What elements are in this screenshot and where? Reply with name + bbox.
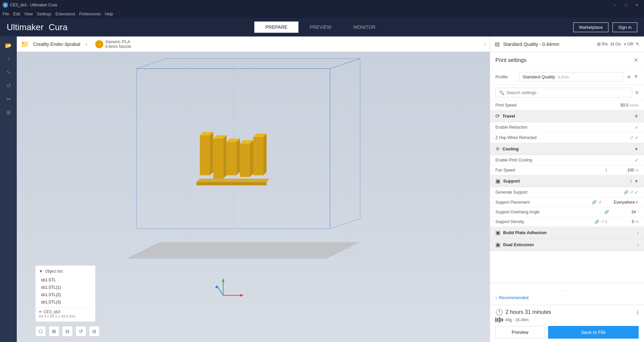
transform-tools: ⬡ ⊞ ⊟ ↺ ⊟ (35, 326, 100, 337)
star-icon[interactable]: ★ (627, 74, 631, 80)
signin-button[interactable]: Sign in (612, 22, 637, 32)
placement-dropdown-icon[interactable]: ▼ (635, 200, 639, 204)
menu-preferences[interactable]: Preferences (79, 12, 101, 16)
recommended-button[interactable]: ‹ Recommended (495, 294, 639, 301)
clock-icon: 🕐 (495, 309, 503, 316)
enable-retraction-check[interactable]: ✓ (635, 125, 639, 130)
support-density-value: 5 (607, 219, 634, 224)
tab-preview[interactable]: PREVIEW (299, 21, 342, 33)
expand-icon[interactable]: ▼ (633, 74, 639, 80)
menu-help[interactable]: Help (105, 12, 113, 16)
edit-profile[interactable]: ✎ (636, 42, 639, 47)
gen-support-check[interactable]: ✓ (635, 190, 639, 195)
section-dual-extrusion[interactable]: ▣ Dual Extrusion › (490, 239, 644, 251)
section-cooling[interactable]: ✳ Cooling ▼ (490, 143, 644, 155)
material-badge: ! (95, 40, 103, 48)
close-button[interactable]: ✕ (632, 2, 641, 8)
tool-move[interactable]: ↕ (2, 53, 14, 65)
overhang-link-icon[interactable]: 🔗 (604, 210, 609, 214)
svg-marker-26 (223, 135, 226, 179)
maximize-button[interactable]: □ (621, 2, 631, 8)
fan-speed-row: Fan Speed ℹ 100 % (490, 165, 644, 175)
quality-icon: ▤ (495, 41, 500, 47)
cooling-toggle[interactable]: ▼ (634, 146, 639, 152)
gen-support-reset-icon[interactable]: ↺ (630, 190, 633, 195)
marketplace-button[interactable]: Marketplace (573, 22, 608, 32)
menu-file[interactable]: File (3, 12, 9, 16)
menu-settings[interactable]: Settings (37, 12, 51, 16)
selected-object-name: ✏ CE3_sb3 (39, 310, 92, 314)
menu-view[interactable]: View (24, 12, 33, 16)
printer-name: Creality Ender-3prabal (33, 42, 80, 47)
tool-scale[interactable]: ⤡ (2, 66, 14, 78)
nav-tabs: PREPARE PREVIEW MONITOR (254, 21, 386, 33)
adhesion-toggle[interactable]: ≠ Off (624, 42, 633, 47)
tab-monitor[interactable]: MONITOR (342, 21, 387, 33)
z-hop-check[interactable]: ✓ (635, 135, 639, 140)
enable-cooling-check[interactable]: ✓ (635, 157, 639, 163)
estimate-info-icon[interactable]: ℹ (637, 309, 639, 316)
material-nav-icon[interactable]: › (484, 41, 486, 47)
printer-nav-icon[interactable]: ‹ (86, 41, 87, 47)
density-reset-icon[interactable]: ↺ (601, 219, 604, 224)
tool-support[interactable]: ⊞ (2, 106, 14, 118)
app-title: CE3_sb3 - Ultimaker Cura (10, 3, 57, 7)
tool-perspective[interactable]: ⬡ (35, 326, 46, 337)
placement-reset-icon[interactable]: ↺ (598, 200, 601, 205)
settings-menu-icon[interactable]: ≡ (635, 89, 639, 96)
tool-grid[interactable]: ⊞ (49, 326, 59, 337)
menu-edit[interactable]: Edit (13, 12, 20, 16)
print-speed-unit: mm/s (630, 103, 639, 107)
folder-icon[interactable]: 📁 (21, 40, 29, 48)
search-icon: 🔍 (499, 90, 504, 95)
print-speed-row: Print Speed 50.0 mm/s (490, 100, 644, 110)
settings-title: Print settings (495, 57, 526, 63)
section-support[interactable]: ▣ Support ℹ ▼ (490, 175, 644, 187)
profile-select[interactable]: Standard Quality 0.2mm (519, 72, 623, 81)
svg-marker-30 (240, 144, 250, 177)
cooling-icon: ✳ (495, 146, 500, 152)
save-to-file-button[interactable]: Save to File (548, 326, 639, 339)
list-item[interactable]: sb1.STL(2) (36, 291, 95, 298)
density-link-icon[interactable]: 🔗 (594, 219, 599, 224)
z-hop-reset-icon[interactable]: ↺ (630, 135, 633, 140)
app-icon: ● (3, 2, 8, 8)
minimize-button[interactable]: ─ (610, 2, 620, 8)
tab-prepare[interactable]: PREPARE (254, 21, 299, 33)
support-placement-label: Support Placement (495, 200, 592, 205)
support-toggle-btn[interactable]: ▼ (634, 179, 639, 184)
list-item[interactable]: sb1.STL(1) (36, 284, 95, 291)
object-list-header[interactable]: ▼ Object list (36, 268, 95, 276)
svg-rect-0 (93, 52, 414, 342)
support-toggle[interactable]: ⊟ On (610, 42, 621, 47)
profile-sub: 0.2mm (557, 75, 569, 79)
section-build-plate[interactable]: ▣ Build Plate Adhesion › (490, 227, 644, 239)
search-input[interactable] (506, 90, 629, 95)
tool-layer[interactable]: ⊟ (62, 326, 73, 337)
infill-action[interactable]: ⊞ 5% (597, 42, 608, 47)
settings-close-button[interactable]: ✕ (634, 57, 639, 64)
recommended-label: Recommended (499, 295, 528, 300)
tool-rotate[interactable]: ↺ (2, 79, 14, 91)
list-item[interactable]: sb1.STL (36, 276, 95, 284)
dual-extrusion-toggle[interactable]: › (637, 242, 639, 248)
menu-extensions[interactable]: Extensions (55, 12, 75, 16)
tool-mirror[interactable]: ⇔ (2, 93, 14, 105)
support-info-icon[interactable]: ℹ (630, 179, 632, 184)
placement-link-icon[interactable]: 🔗 (592, 200, 597, 205)
tool-reset[interactable]: ↺ (75, 326, 86, 337)
list-item[interactable]: sb1.STL(3) (36, 298, 95, 306)
section-travel[interactable]: ⟳ Travel ▼ (490, 110, 644, 122)
support-density-unit: % (635, 220, 639, 224)
svg-marker-21 (200, 135, 210, 175)
travel-toggle[interactable]: ▼ (634, 114, 639, 119)
tool-open[interactable]: 📂 (2, 39, 14, 51)
gen-support-link-icon[interactable]: 🔗 (624, 190, 629, 195)
tool-snap[interactable]: ⊟ (89, 326, 100, 337)
search-wrap: 🔍 (495, 88, 632, 97)
profile-value: Standard Quality (523, 74, 555, 79)
build-plate-toggle[interactable]: › (637, 230, 639, 235)
viewport[interactable]: ▼ Object list sb1.STL sb1.STL(1) sb1.STL… (17, 52, 490, 342)
preview-button[interactable]: Preview (495, 326, 545, 339)
fan-speed-value: 100 (607, 168, 634, 173)
